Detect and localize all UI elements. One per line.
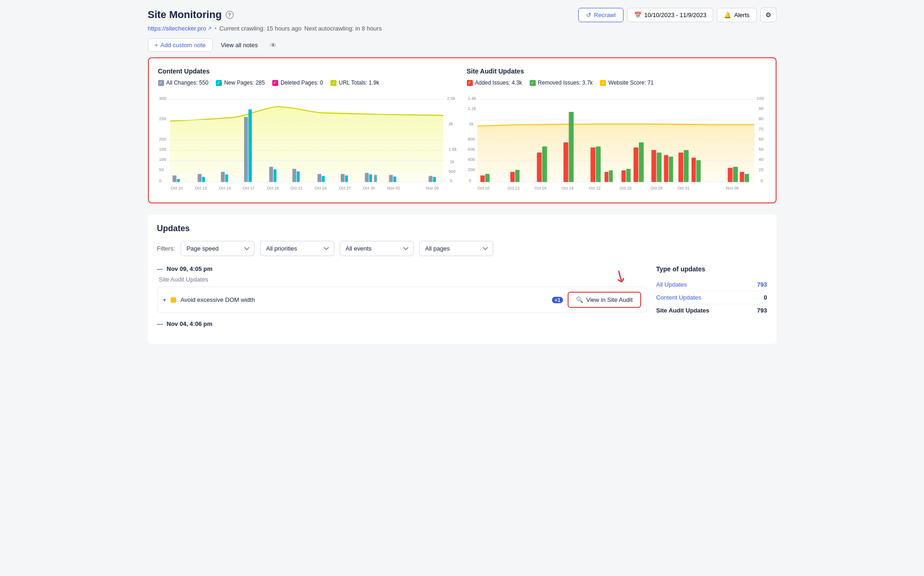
svg-text:1k: 1k [450,159,454,164]
svg-text:Oct 25: Oct 25 [619,186,631,190]
site-url-link[interactable]: https://sitechecker.pro ↗ [148,25,212,32]
svg-rect-19 [172,176,176,182]
audit-updates-link[interactable]: Site Audit Updates [656,307,710,314]
svg-text:800: 800 [468,136,475,141]
content-updates-link[interactable]: Content Updates [656,294,702,301]
svg-rect-79 [515,170,519,182]
charts-container: Content Updates ✓ All Changes: 550 ✓ New… [148,57,777,203]
svg-text:150: 150 [159,146,166,151]
svg-text:100: 100 [757,95,764,100]
settings-button[interactable]: ⚙ [760,7,777,22]
expand-icon[interactable]: ▾ [163,297,166,303]
alerts-button[interactable]: 🔔 Alerts [717,8,756,22]
svg-rect-81 [542,147,547,182]
svg-rect-22 [202,177,205,182]
svg-text:20: 20 [759,166,763,172]
date-range-button[interactable]: 📅 10/10/2023 - 11/9/2023 [627,8,713,22]
svg-text:2.5k: 2.5k [447,95,455,100]
svg-text:Nov 02: Nov 02 [387,186,400,190]
svg-rect-76 [480,176,484,182]
add-note-button[interactable]: + Add custom note [148,38,213,52]
svg-text:Oct 18: Oct 18 [267,186,279,190]
svg-text:1k: 1k [469,121,473,126]
svg-rect-94 [664,155,668,182]
svg-text:300: 300 [159,95,166,100]
svg-rect-93 [656,153,661,182]
svg-rect-23 [220,172,224,182]
svg-rect-40 [428,176,432,182]
content-area: — Nov 09, 4:05 pm Site Audit Updates ▾ A… [157,265,767,335]
legend-removed-issues[interactable]: ✓ Removed Issues: 3.7k [530,80,593,86]
page-speed-filter[interactable]: Page speed [181,241,255,256]
toggle-visibility-button[interactable]: 👁 [266,39,280,52]
timeline: — Nov 09, 4:05 pm Site Audit Updates ▾ A… [157,265,647,335]
svg-rect-27 [269,167,273,182]
sidebar-title: Type of updates [656,265,767,273]
updates-section: Updates Filters: Page speed All prioriti… [148,214,777,344]
svg-rect-30 [296,172,299,182]
timeline-entry-nov09: — Nov 09, 4:05 pm Site Audit Updates ▾ A… [157,265,647,313]
svg-rect-86 [604,172,608,182]
view-in-site-audit-button[interactable]: 🔍 View in Site Audit [568,292,641,308]
table-row: ▾ Avoid excessive DOM width +1 ↘ 🔍 View … [157,287,647,313]
view-notes-button[interactable]: View all notes [214,39,264,51]
svg-text:100: 100 [159,156,166,161]
content-updates-count: 0 [764,294,767,301]
updates-sidebar: Type of updates All Updates 793 Content … [656,265,767,335]
svg-rect-38 [389,175,392,182]
legend-website-score[interactable]: ✓ Website Score: 71 [600,80,654,86]
svg-text:0: 0 [760,178,763,183]
svg-rect-97 [684,150,688,182]
events-filter[interactable]: All events [340,241,414,256]
svg-rect-102 [740,172,744,182]
svg-text:Oct 10: Oct 10 [477,186,489,190]
svg-text:Oct 16: Oct 16 [219,186,231,190]
svg-text:60: 60 [759,136,763,141]
svg-text:Oct 16: Oct 16 [534,186,546,190]
legend-new-pages[interactable]: ✓ New Pages: 285 [216,80,265,86]
svg-text:Oct 27: Oct 27 [338,186,350,190]
legend-all-changes[interactable]: ✓ All Changes: 550 [158,80,208,86]
svg-text:Oct 21: Oct 21 [290,186,302,190]
svg-text:0: 0 [469,178,471,183]
eye-icon: 👁 [270,42,276,49]
recrawl-button[interactable]: ↺ Recrawl [578,8,624,22]
legend-added-issues[interactable]: ✓ Added Issues: 4.3k [467,80,522,86]
svg-rect-91 [639,142,643,182]
svg-text:Nov 09: Nov 09 [426,186,439,190]
pages-filter[interactable]: All pages [419,241,493,256]
list-item: Content Updates 0 [656,291,767,304]
external-link-icon: ↗ [208,25,212,31]
svg-text:Oct 31: Oct 31 [677,186,689,190]
svg-rect-78 [510,172,514,182]
audit-chart-legend: ✓ Added Issues: 4.3k ✓ Removed Issues: 3… [467,80,766,86]
timeline-date-nov04: — Nov 04, 4:06 pm [157,320,647,327]
timeline-date-nov09: — Nov 09, 4:05 pm [157,265,647,272]
svg-rect-77 [485,174,489,182]
svg-rect-84 [590,147,595,182]
legend-url-totals[interactable]: ✓ URL Totals: 1.9k [330,80,379,86]
svg-rect-100 [728,168,732,182]
svg-text:Nov 09: Nov 09 [726,186,739,190]
legend-deleted-pages[interactable]: ✓ Deleted Pages: 0 [272,80,323,86]
svg-rect-26 [248,110,251,182]
svg-text:0: 0 [159,178,161,183]
svg-rect-90 [633,147,638,182]
bell-icon: 🔔 [724,12,731,18]
svg-rect-39 [393,177,396,182]
svg-text:Oct 13: Oct 13 [195,186,207,190]
filters-row: Filters: Page speed All priorities All e… [157,241,767,256]
svg-rect-33 [341,174,344,182]
svg-rect-41 [433,177,435,182]
svg-rect-32 [322,176,324,182]
all-updates-link[interactable]: All Updates [656,281,687,288]
help-icon[interactable]: ? [226,11,234,19]
svg-text:200: 200 [159,136,166,141]
svg-text:1.5k: 1.5k [448,146,457,151]
priorities-filter[interactable]: All priorities [260,241,334,256]
svg-text:Oct 13: Oct 13 [507,186,519,190]
plus-icon: + [155,42,159,49]
gear-icon: ⚙ [765,11,771,18]
audit-updates-count: 793 [757,307,767,314]
svg-rect-96 [678,153,683,182]
